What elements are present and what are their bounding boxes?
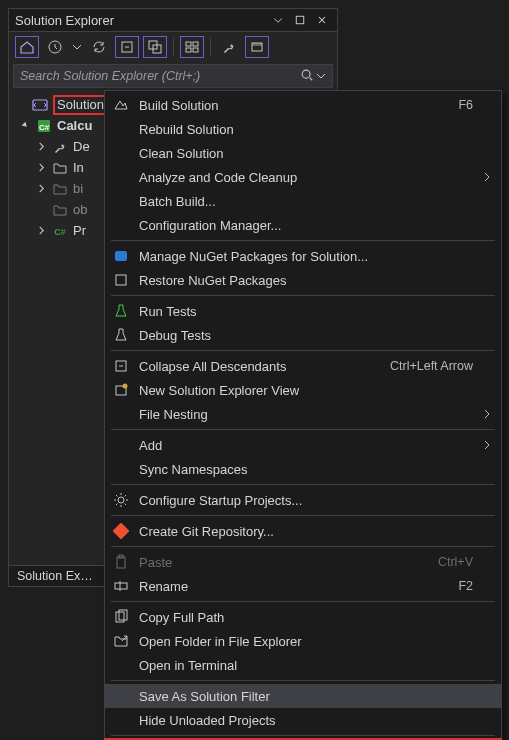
- build-icon: [111, 97, 131, 113]
- collapse-icon[interactable]: [115, 36, 139, 58]
- svg-rect-5: [186, 42, 191, 46]
- show-all-icon[interactable]: [143, 36, 167, 58]
- menu-copy-path[interactable]: Copy Full Path: [105, 605, 501, 629]
- view-icon[interactable]: [180, 36, 204, 58]
- submenu-arrow-icon: [481, 172, 491, 182]
- panel-title: Solution Explorer: [15, 13, 269, 28]
- new-view-icon: [111, 382, 131, 398]
- tree-label: De: [73, 139, 90, 154]
- folder-icon: [51, 160, 69, 176]
- svg-rect-25: [115, 583, 127, 589]
- submenu-arrow-icon: [481, 440, 491, 450]
- svg-rect-17: [116, 275, 126, 285]
- menu-build-solution[interactable]: Build Solution F6: [105, 93, 501, 117]
- search-input[interactable]: [20, 69, 300, 83]
- dropdown-icon[interactable]: [269, 12, 287, 28]
- expander-icon[interactable]: [35, 184, 47, 193]
- menu-manage-nuget[interactable]: Manage NuGet Packages for Solution...: [105, 244, 501, 268]
- paste-icon: [111, 554, 131, 570]
- sync-icon[interactable]: [87, 36, 111, 58]
- menu-separator: [111, 350, 495, 351]
- menu-rename[interactable]: RenameF2: [105, 574, 501, 598]
- copy-icon: [111, 609, 131, 625]
- menu-run-tests[interactable]: Run Tests: [105, 299, 501, 323]
- menu-restore-nuget[interactable]: Restore NuGet Packages: [105, 268, 501, 292]
- chevron-down-icon[interactable]: [71, 36, 83, 58]
- svg-rect-10: [252, 43, 262, 46]
- toolbar: [9, 32, 337, 62]
- menu-new-view[interactable]: New Solution Explorer View: [105, 378, 501, 402]
- nuget-icon: [111, 248, 131, 264]
- wrench-icon[interactable]: [217, 36, 241, 58]
- collapse-icon: [111, 358, 131, 374]
- menu-batch-build[interactable]: Batch Build...: [105, 189, 501, 213]
- menu-debug-tests[interactable]: Debug Tests: [105, 323, 501, 347]
- preview-icon[interactable]: [245, 36, 269, 58]
- menu-clean-solution[interactable]: Clean Solution: [105, 141, 501, 165]
- menu-create-git[interactable]: Create Git Repository...: [105, 519, 501, 543]
- flask-icon: [111, 303, 131, 319]
- folder-icon: [51, 181, 69, 197]
- expander-icon[interactable]: [35, 163, 47, 172]
- svg-rect-8: [193, 48, 198, 52]
- tree-label: Solution: [53, 95, 108, 115]
- expander-open-icon[interactable]: [19, 121, 31, 130]
- menu-separator: [111, 680, 495, 681]
- svg-rect-22: [113, 523, 129, 539]
- flask-debug-icon: [111, 327, 131, 343]
- toolbar-separator: [173, 38, 174, 56]
- svg-rect-16: [115, 251, 127, 261]
- wrench-icon: [51, 139, 69, 155]
- tree-label: Pr: [73, 223, 86, 238]
- menu-sync-namespaces[interactable]: Sync Namespaces: [105, 457, 501, 481]
- rename-icon: [111, 578, 131, 594]
- menu-file-nesting[interactable]: File Nesting: [105, 402, 501, 426]
- menu-collapse-all[interactable]: Collapse All DescendantsCtrl+Left Arrow: [105, 354, 501, 378]
- panel-titlebar: Solution Explorer: [9, 9, 337, 32]
- tree-label: ob: [73, 202, 87, 217]
- menu-open-folder[interactable]: Open Folder in File Explorer: [105, 629, 501, 653]
- search-icon[interactable]: [300, 68, 314, 85]
- menu-separator: [111, 484, 495, 485]
- folder-icon: [51, 202, 69, 218]
- svg-text:C#: C#: [39, 123, 50, 132]
- svg-rect-6: [193, 42, 198, 46]
- svg-rect-23: [117, 557, 125, 568]
- svg-rect-7: [186, 48, 191, 52]
- solution-icon: [31, 97, 49, 113]
- svg-point-20: [123, 384, 128, 389]
- git-icon: [111, 523, 131, 539]
- maximize-icon[interactable]: [291, 12, 309, 28]
- open-folder-icon: [111, 633, 131, 649]
- menu-separator: [111, 240, 495, 241]
- search-bar[interactable]: [13, 64, 333, 88]
- svg-rect-0: [296, 16, 304, 24]
- toolbar-separator: [210, 38, 211, 56]
- expander-icon[interactable]: [35, 142, 47, 151]
- menu-add[interactable]: Add: [105, 433, 501, 457]
- menu-separator: [111, 735, 495, 736]
- menu-analyze[interactable]: Analyze and Code Cleanup: [105, 165, 501, 189]
- chevron-down-icon[interactable]: [316, 69, 326, 84]
- menu-rebuild-solution[interactable]: Rebuild Solution: [105, 117, 501, 141]
- menu-open-terminal[interactable]: Open in Terminal: [105, 653, 501, 677]
- svg-text:C#: C#: [54, 227, 66, 237]
- close-icon[interactable]: [313, 12, 331, 28]
- menu-separator: [111, 601, 495, 602]
- window-buttons: [269, 12, 331, 28]
- menu-startup-projects[interactable]: Configure Startup Projects...: [105, 488, 501, 512]
- menu-save-filter[interactable]: Save As Solution Filter: [105, 684, 501, 708]
- menu-config-mgr[interactable]: Configuration Manager...: [105, 213, 501, 237]
- home-icon[interactable]: [15, 36, 39, 58]
- menu-hide-unloaded[interactable]: Hide Unloaded Projects: [105, 708, 501, 732]
- cs-file-icon: C#: [51, 223, 69, 239]
- restore-icon: [111, 272, 131, 288]
- tree-label: In: [73, 160, 84, 175]
- expander-icon[interactable]: [35, 226, 47, 235]
- tree-label: Calcu: [57, 118, 92, 133]
- svg-rect-12: [33, 100, 47, 110]
- menu-separator: [111, 515, 495, 516]
- history-icon[interactable]: [43, 36, 67, 58]
- context-menu: Build Solution F6 Rebuild Solution Clean…: [104, 90, 502, 740]
- menu-separator: [111, 295, 495, 296]
